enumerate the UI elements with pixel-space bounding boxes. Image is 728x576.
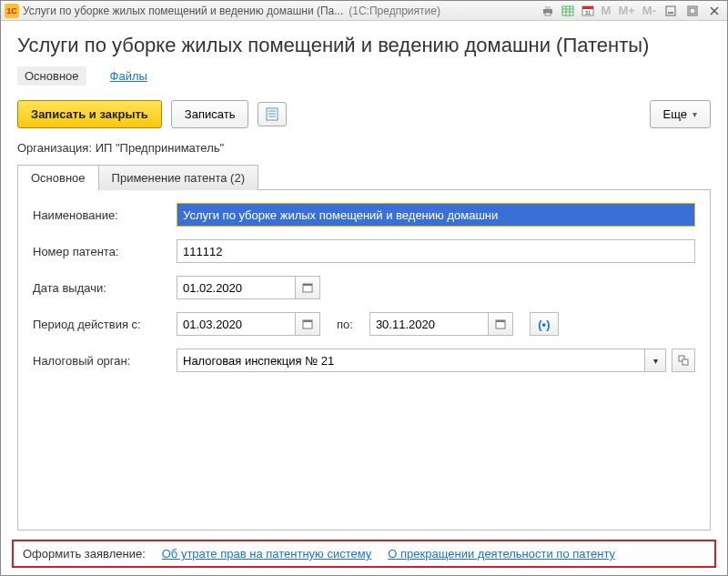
name-label: Наименование: bbox=[33, 208, 169, 222]
tab-patent-usage[interactable]: Применение патента (2) bbox=[98, 165, 258, 190]
svg-rect-2 bbox=[545, 13, 551, 15]
nav-main[interactable]: Основное bbox=[17, 66, 86, 86]
issue-date-calendar-button[interactable] bbox=[295, 276, 320, 299]
svg-text:31: 31 bbox=[584, 10, 591, 15]
footer-actions: Оформить заявление: Об утрате прав на па… bbox=[12, 540, 716, 568]
link-stop-activity[interactable]: О прекращении деятельности по патенту bbox=[388, 547, 615, 561]
period-from-calendar-button[interactable] bbox=[295, 312, 320, 336]
minimize-icon[interactable] bbox=[662, 4, 680, 18]
organization-label: Организация: bbox=[17, 141, 92, 155]
period-from-input[interactable] bbox=[177, 312, 295, 336]
more-button[interactable]: Еще bbox=[650, 100, 711, 128]
svg-rect-3 bbox=[562, 6, 573, 15]
memory-m-minus[interactable]: M- bbox=[641, 4, 658, 17]
patent-number-label: Номер патента: bbox=[33, 245, 169, 258]
memory-m-plus[interactable]: M+ bbox=[616, 4, 636, 17]
svg-rect-26 bbox=[496, 320, 505, 322]
tax-authority-input[interactable] bbox=[177, 349, 644, 372]
nav-files[interactable]: Файлы bbox=[103, 66, 155, 86]
tabs: Основное Применение патента (2) bbox=[17, 164, 711, 189]
save-and-close-button[interactable]: Записать и закрыть bbox=[17, 100, 162, 128]
svg-rect-22 bbox=[303, 284, 312, 286]
maximize-icon[interactable] bbox=[683, 4, 702, 18]
svg-rect-14 bbox=[690, 8, 695, 14]
tax-authority-label: Налоговый орган: bbox=[33, 354, 169, 368]
print-icon[interactable] bbox=[540, 4, 556, 18]
footer-label: Оформить заявление: bbox=[23, 547, 146, 561]
tab-main[interactable]: Основное bbox=[17, 165, 99, 190]
app-logo-icon: 1C bbox=[5, 4, 19, 18]
tax-authority-dropdown-button[interactable]: ▾ bbox=[644, 349, 666, 372]
titlebar: 1C Услуги по уборке жилых помещений и ве… bbox=[1, 1, 727, 21]
period-to-input[interactable] bbox=[369, 312, 488, 336]
svg-rect-28 bbox=[682, 359, 688, 365]
list-button[interactable] bbox=[258, 102, 287, 126]
list-icon bbox=[266, 107, 278, 121]
window-title-suffix: (1С:Предприятие) bbox=[349, 5, 440, 17]
period-picker-button[interactable]: (•) bbox=[530, 312, 559, 336]
memory-m[interactable]: M bbox=[600, 4, 613, 17]
close-icon[interactable] bbox=[705, 4, 723, 18]
save-button[interactable]: Записать bbox=[171, 100, 249, 128]
organization-value: ИП "Предприниматель" bbox=[96, 141, 224, 155]
name-input[interactable] bbox=[177, 204, 694, 226]
app-window: 1C Услуги по уборке жилых помещений и ве… bbox=[0, 0, 728, 576]
svg-rect-11 bbox=[666, 6, 675, 15]
period-to-label: по: bbox=[337, 318, 353, 331]
spreadsheet-icon[interactable] bbox=[560, 4, 576, 18]
svg-rect-24 bbox=[303, 320, 312, 322]
toolbar: Записать и закрыть Записать Еще bbox=[17, 100, 711, 128]
calendar-small-icon bbox=[495, 318, 506, 329]
page-title: Услуги по уборке жилых помещений и веден… bbox=[17, 34, 711, 57]
tax-authority-open-button[interactable] bbox=[672, 349, 695, 372]
name-field-wrap bbox=[177, 203, 695, 227]
period-from-label: Период действия с: bbox=[33, 318, 169, 331]
calendar-small-icon bbox=[302, 318, 313, 329]
window-title: Услуги по уборке жилых помещений и веден… bbox=[23, 5, 343, 17]
open-icon bbox=[678, 355, 689, 366]
issue-date-input[interactable] bbox=[177, 276, 295, 299]
calendar-small-icon bbox=[302, 282, 313, 293]
svg-rect-9 bbox=[582, 6, 593, 9]
organization-row: Организация: ИП "Предприниматель" bbox=[17, 141, 711, 155]
patent-number-input[interactable] bbox=[177, 239, 695, 263]
calendar-icon[interactable]: 31 bbox=[580, 4, 596, 18]
svg-rect-1 bbox=[545, 6, 551, 9]
tab-panel-main: Наименование: Номер патента: Дата выдачи… bbox=[17, 189, 711, 531]
period-to-calendar-button[interactable] bbox=[488, 312, 513, 336]
link-lose-rights[interactable]: Об утрате прав на патентную систему bbox=[162, 547, 372, 561]
issue-date-label: Дата выдачи: bbox=[33, 281, 169, 295]
section-nav: Основное Файлы bbox=[17, 66, 711, 86]
